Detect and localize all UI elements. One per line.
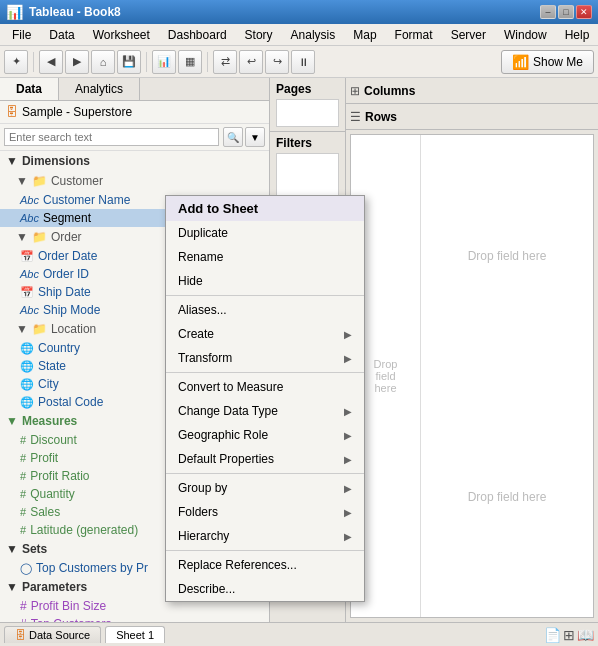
ctx-hide[interactable]: Hide [166,269,364,293]
tab-controls: 📄 ⊞ 📖 [544,627,594,643]
menu-server[interactable]: Server [443,26,494,44]
menu-dashboard[interactable]: Dashboard [160,26,235,44]
ctx-hierarchy[interactable]: Hierarchy ▶ [166,524,364,548]
globe-icon: 🌐 [20,396,34,409]
ctx-convert-label: Convert to Measure [178,380,283,394]
search-input[interactable] [4,128,219,146]
toolbar-pause[interactable]: ⏸ [291,50,315,74]
rows-drop-zone[interactable] [405,107,594,127]
title-bar-left: 📊 Tableau - Book8 [6,4,121,20]
ctx-change-data-type[interactable]: Change Data Type ▶ [166,399,364,423]
menu-bar: File Data Worksheet Dashboard Story Anal… [0,24,598,46]
ctx-folders-label: Folders [178,505,218,519]
ctx-add-to-sheet[interactable]: Add to Sheet [166,196,364,221]
menu-help[interactable]: Help [557,26,598,44]
columns-shelf: ⊞ Columns [346,78,598,104]
search-box: 🔍 ▼ [0,124,269,151]
ctx-aliases[interactable]: Aliases... [166,298,364,322]
sort-icon[interactable]: ▼ [245,127,265,147]
canvas-top-drop[interactable]: Drop field here [468,135,547,376]
measures-label: Measures [22,414,77,428]
field-label: Order Date [38,249,97,263]
minimize-button[interactable]: – [540,5,556,19]
menu-file[interactable]: File [4,26,39,44]
field-label: State [38,359,66,373]
ctx-duplicate[interactable]: Duplicate [166,221,364,245]
field-label: Ship Mode [43,303,100,317]
ctx-default-properties-arrow: ▶ [344,454,352,465]
sheet-tab-label: Sheet 1 [116,629,154,641]
menu-story[interactable]: Story [237,26,281,44]
toolbar-swap[interactable]: ⇄ [213,50,237,74]
maximize-button[interactable]: □ [558,5,574,19]
ctx-transform[interactable]: Transform ▶ [166,346,364,370]
tab-analytics[interactable]: Analytics [59,78,140,100]
pages-section: Pages [270,78,345,132]
ctx-describe[interactable]: Describe... [166,577,364,601]
menu-map[interactable]: Map [345,26,384,44]
menu-window[interactable]: Window [496,26,555,44]
ctx-geographic-role[interactable]: Geographic Role ▶ [166,423,364,447]
menu-data[interactable]: Data [41,26,82,44]
ctx-rename-label: Rename [178,250,223,264]
show-me-label: Show Me [533,55,583,69]
new-dashboard-icon[interactable]: ⊞ [563,627,575,643]
hash-icon: # [20,524,26,536]
columns-drop-zone[interactable] [423,81,594,101]
ctx-convert-to-measure[interactable]: Convert to Measure [166,375,364,399]
calendar-icon: 📅 [20,250,34,263]
ctx-change-data-type-arrow: ▶ [344,406,352,417]
drop-field-top-text: Drop field here [468,249,547,263]
tab-datasource[interactable]: 🗄 Data Source [4,626,101,643]
menu-worksheet[interactable]: Worksheet [85,26,158,44]
menu-analysis[interactable]: Analysis [283,26,344,44]
canvas-main: Drop field here Drop field here [421,135,593,617]
canvas-area: Dropfieldhere Drop field here Drop field… [350,134,594,618]
ctx-replace-references-label: Replace References... [178,558,297,572]
ctx-create[interactable]: Create ▶ [166,322,364,346]
canvas-bottom-drop[interactable]: Drop field here [468,376,547,617]
canvas-panel: ⊞ Columns ☰ Rows Dropfieldhere [346,78,598,622]
new-story-icon[interactable]: 📖 [577,627,594,643]
search-icon[interactable]: 🔍 [223,127,243,147]
show-me-button[interactable]: 📶 Show Me [501,50,594,74]
tab-sheet1[interactable]: Sheet 1 [105,626,165,643]
datasource-bar: 🗄 Sample - Superstore [0,101,269,124]
ctx-folders-arrow: ▶ [344,507,352,518]
pages-drop-zone[interactable] [276,99,339,127]
app-icon: 📊 [6,4,23,20]
abc-icon: Abc [20,268,39,280]
sets-arrow: ▼ [6,542,18,556]
toolbar-redo[interactable]: ↪ [265,50,289,74]
search-icons: 🔍 ▼ [223,127,265,147]
field-top-customers-param[interactable]: # Top Customers [0,615,269,622]
ctx-create-arrow: ▶ [344,329,352,340]
order-group-label: Order [51,230,82,244]
ctx-create-label: Create [178,327,214,341]
ctx-default-properties[interactable]: Default Properties ▶ [166,447,364,471]
toolbar-new[interactable]: ✦ [4,50,28,74]
ctx-folders[interactable]: Folders ▶ [166,500,364,524]
ctx-rename[interactable]: Rename [166,245,364,269]
toolbar-undo[interactable]: ↩ [239,50,263,74]
ctx-sep1 [166,295,364,296]
toolbar-home[interactable]: ⌂ [91,50,115,74]
new-sheet-icon[interactable]: 📄 [544,627,561,643]
columns-shelf-icon: ⊞ [350,84,360,98]
tab-data[interactable]: Data [0,78,59,100]
toolbar-back[interactable]: ◀ [39,50,63,74]
rows-shelf-label: Rows [365,110,397,124]
toolbar-save[interactable]: 💾 [117,50,141,74]
toolbar-chart[interactable]: 📊 [152,50,176,74]
datasource-icon: 🗄 [6,105,18,119]
toolbar-forward[interactable]: ▶ [65,50,89,74]
hash-icon: # [20,434,26,446]
ctx-replace-references[interactable]: Replace References... [166,553,364,577]
ctx-geographic-role-arrow: ▶ [344,430,352,441]
ctx-group-by[interactable]: Group by ▶ [166,476,364,500]
set-icon: ◯ [20,562,32,575]
menu-format[interactable]: Format [387,26,441,44]
abc-icon: Abc [20,212,39,224]
close-button[interactable]: ✕ [576,5,592,19]
toolbar-bar[interactable]: ▦ [178,50,202,74]
